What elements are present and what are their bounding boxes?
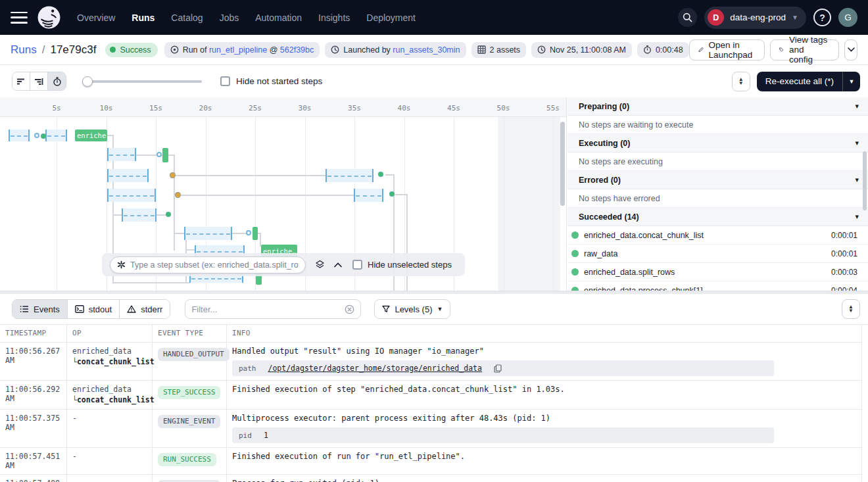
nav-item-deployment[interactable]: Deployment: [366, 12, 416, 23]
commit-link[interactable]: 562f39bc: [280, 45, 314, 55]
gantt-bar-waiting[interactable]: [107, 169, 149, 182]
gantt-bar-success-labeled[interactable]: enriche.: [75, 130, 107, 141]
gantt-chart[interactable]: 5s10s15s20s25s30s35s40s45s50s55s enriche…: [0, 97, 567, 291]
nav-item-overview[interactable]: Overview: [77, 12, 115, 23]
reexecute-options-button[interactable]: ▼: [842, 72, 860, 91]
gantt-connector: [175, 175, 326, 176]
gantt-bar-waiting[interactable]: [184, 227, 232, 240]
help-icon[interactable]: ?: [813, 9, 831, 26]
tab-events[interactable]: Events: [12, 300, 68, 318]
event-log-row[interactable]: 11:00:57.489 AM-ENGINE_EVENTProcess for …: [0, 475, 861, 482]
event-log-row[interactable]: 11:00:57.451 AM-RUN_SUCCESSFinished exec…: [0, 448, 861, 475]
tab-stdout[interactable]: stdout: [68, 300, 120, 318]
target-icon: [170, 45, 179, 54]
event-log-row[interactable]: 11:00:57.375 AM-ENGINE_EVENTMultiprocess…: [0, 410, 861, 448]
step-row[interactable]: enriched_data.split_rows0:00:03: [567, 263, 868, 281]
event-info: Finished execution of step "enriched_dat…: [227, 381, 861, 409]
hide-unselected-checkbox[interactable]: Hide unselected steps: [352, 260, 452, 270]
gantt-bar-success[interactable]: [162, 148, 168, 162]
nav-item-runs[interactable]: Runs: [132, 12, 155, 23]
event-log-header: TIMESTAMP OP EVENT TYPE INFO: [0, 325, 861, 343]
event-type-badge: RUN_SUCCESS: [158, 453, 216, 466]
chevron-up-icon[interactable]: [334, 262, 342, 268]
step-panel-scrollbar[interactable]: [863, 151, 867, 210]
workspace-avatar: D: [708, 9, 724, 26]
flatten-view-button[interactable]: [12, 72, 30, 90]
waterfall-view-button[interactable]: [30, 72, 48, 90]
col-event-type: EVENT TYPE: [153, 325, 227, 342]
gantt-bar-success[interactable]: [253, 227, 258, 240]
copy-icon[interactable]: [494, 364, 502, 373]
log-filter[interactable]: [185, 299, 361, 319]
timed-view-button[interactable]: [48, 72, 66, 90]
event-log-rows: 11:00:56.267 AMenriched_data└concat_chun…: [0, 343, 868, 482]
nav-item-catalog[interactable]: Catalog: [171, 12, 203, 23]
tag-assets[interactable]: 2 assets: [471, 42, 527, 58]
gantt-scrollbar[interactable]: [560, 122, 565, 206]
log-filter-input[interactable]: [191, 304, 341, 314]
pipeline-link[interactable]: run_etl_pipeline: [209, 45, 267, 55]
gantt-bar-waiting[interactable]: [354, 189, 383, 202]
menu-icon[interactable]: [11, 12, 28, 24]
gantt-bar-waiting[interactable]: [107, 148, 136, 161]
collapse-caret-icon: ▾: [855, 212, 859, 221]
tag-launched-by[interactable]: Launched by run_assets_30min: [325, 42, 466, 58]
checkbox-icon[interactable]: [220, 76, 230, 86]
run-id: 17e79c3f: [50, 43, 96, 57]
clear-filter-icon[interactable]: [345, 304, 354, 314]
gantt-bar-waiting[interactable]: [326, 169, 374, 182]
gantt-connector: [112, 282, 190, 283]
clock-icon: [537, 45, 546, 54]
collapse-caret-icon: ▾: [855, 102, 859, 110]
chevron-down-icon: ▼: [437, 306, 443, 312]
panel-expand-button[interactable]: ▲▼: [732, 72, 750, 91]
step-section-header[interactable]: Errored (0)▾: [567, 171, 868, 189]
retry-marker-icon: [170, 172, 176, 178]
levels-dropdown[interactable]: Levels (5) ▼: [374, 299, 450, 319]
hide-not-started-checkbox[interactable]: Hide not started steps: [220, 76, 322, 86]
step-row[interactable]: raw_data0:00:01: [567, 245, 868, 263]
event-log-row[interactable]: 11:00:56.267 AMenriched_data└concat_chun…: [0, 343, 861, 381]
log-order-button[interactable]: ▲▼: [842, 299, 860, 319]
nav-item-jobs[interactable]: Jobs: [220, 12, 239, 23]
event-info: Handled output "result" using IO manager…: [227, 343, 861, 380]
view-tags-button[interactable]: View tags and config: [770, 39, 839, 60]
slider-knob[interactable]: [82, 76, 93, 87]
workspace-switcher[interactable]: D data-eng-prod ▼: [704, 7, 806, 29]
metadata-path-link[interactable]: /opt/dagster/dagster_home/storage/enrich…: [268, 364, 482, 373]
log-view-tabs: Events stdout stderr: [12, 299, 170, 319]
event-type-cell: HANDLED_OUTPUT: [153, 343, 227, 380]
chevron-down-icon: ▼: [792, 14, 798, 21]
breadcrumb-runs-link[interactable]: Runs: [11, 43, 37, 57]
checkbox-icon[interactable]: [352, 260, 362, 270]
gantt-connector: [174, 155, 175, 251]
gantt-bar-waiting[interactable]: [45, 130, 67, 141]
step-section-header[interactable]: Succeeded (14)▾: [567, 208, 868, 226]
tab-stderr[interactable]: stderr: [120, 300, 170, 318]
chevron-down-icon: [848, 47, 855, 52]
more-actions-button[interactable]: [844, 39, 857, 60]
step-selector[interactable]: [110, 256, 306, 274]
gantt-bar-waiting[interactable]: [107, 189, 156, 202]
step-section-header[interactable]: Preparing (0)▾: [567, 97, 868, 116]
nav-item-automation[interactable]: Automation: [255, 12, 302, 23]
gantt-zoom-slider[interactable]: [82, 76, 202, 87]
step-subset-input[interactable]: [130, 260, 299, 270]
search-icon[interactable]: [678, 8, 697, 27]
open-launchpad-button[interactable]: Open in Launchpad: [689, 39, 765, 60]
workspace-name: data-eng-prod: [730, 12, 786, 22]
gantt-bar-waiting[interactable]: [9, 130, 30, 141]
dagster-logo-icon[interactable]: [37, 5, 61, 30]
step-section-header[interactable]: Executing (0)▾: [567, 134, 868, 153]
user-avatar[interactable]: G: [838, 8, 857, 27]
schedule-link[interactable]: run_assets_30min: [393, 45, 460, 55]
layers-icon[interactable]: [315, 260, 325, 270]
nav-item-insights[interactable]: Insights: [318, 12, 350, 23]
tag-run-of[interactable]: Run of run_etl_pipeline @ 562f39bc: [164, 42, 320, 58]
step-section-empty: No steps have errored: [567, 189, 868, 208]
event-log-row[interactable]: 11:00:56.292 AMenriched_data└concat_chun…: [0, 381, 861, 410]
reexecute-all-button[interactable]: Re-execute all (*) ▼: [757, 72, 860, 91]
step-row[interactable]: enriched_data.concat_chunk_list0:00:01: [567, 226, 868, 245]
gantt-bar-waiting[interactable]: [122, 208, 157, 222]
step-row[interactable]: enriched_data.process_chunk[1]0:00:04: [567, 281, 868, 291]
